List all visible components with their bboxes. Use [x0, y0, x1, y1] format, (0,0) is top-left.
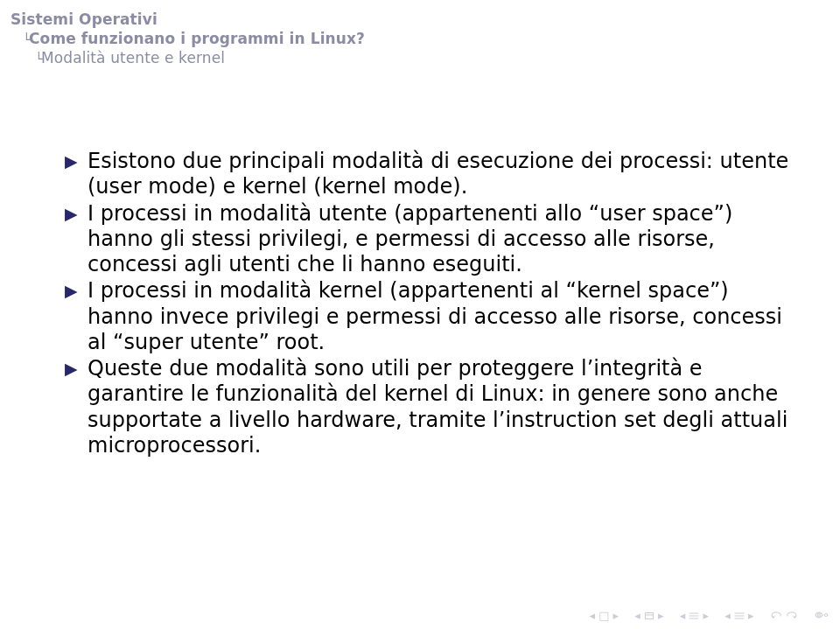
bullet-list: Esistono due principali modalità di esec…: [61, 149, 796, 458]
next-slide-icon[interactable]: ▸: [613, 609, 620, 622]
nav-section-group: ◂ ▸: [634, 609, 667, 622]
bullet-text: I processi in modalità kernel (appartene…: [88, 278, 782, 354]
nav-history-group: [770, 609, 802, 622]
bullet-item: Queste due modalità sono utili per prote…: [61, 356, 796, 458]
slide: Sistemi Operativi └ Come funzionano i pr…: [0, 0, 840, 629]
bullet-item: I processi in modalità kernel (appartene…: [61, 278, 796, 355]
breadcrumb-level-1: Sistemi Operativi: [10, 10, 365, 29]
bullet-text: I processi in modalità utente (appartene…: [88, 201, 732, 277]
nav-frame-lines-icon[interactable]: [734, 609, 748, 622]
prev-frame-icon[interactable]: ◂: [724, 609, 731, 622]
search-icon[interactable]: [814, 609, 830, 622]
content-area: Esistono due principali modalità di esec…: [61, 149, 796, 459]
nav-slide-square-icon[interactable]: □: [598, 609, 609, 622]
nav-controls: ◂ □ ▸ ◂ ▸ ◂ ▸ ◂ ▸: [577, 609, 830, 622]
bullet-item: Esistono due principali modalità di esec…: [61, 149, 796, 200]
bullet-text: Queste due modalità sono utili per prote…: [88, 356, 788, 458]
breadcrumb-level-3: └ Modalità utente e kernel: [10, 48, 365, 67]
first-slide-icon[interactable]: ◂: [589, 609, 595, 622]
next-subsection-icon[interactable]: ▸: [704, 609, 710, 622]
svg-point-8: [818, 614, 821, 617]
back-icon[interactable]: [770, 609, 786, 622]
prev-section-icon[interactable]: ◂: [634, 609, 640, 622]
breadcrumb-level-2: └ Come funzionano i programmi in Linux?: [10, 29, 365, 48]
breadcrumb-level-2-label: Come funzionano i programmi in Linux?: [29, 30, 365, 47]
nav-slide-group: ◂ □ ▸: [589, 609, 622, 622]
nav-section-box-icon[interactable]: [644, 609, 658, 622]
nav-search-group: [814, 609, 830, 622]
bullet-text: Esistono due principali modalità di esec…: [88, 149, 788, 199]
nav-frame-group: ◂ ▸: [724, 609, 757, 622]
breadcrumb: Sistemi Operativi └ Come funzionano i pr…: [10, 10, 365, 67]
next-frame-icon[interactable]: ▸: [748, 609, 754, 622]
forward-icon[interactable]: [786, 609, 802, 622]
bullet-item: I processi in modalità utente (appartene…: [61, 201, 796, 278]
next-section-icon[interactable]: ▸: [658, 609, 664, 622]
nav-subsection-group: ◂ ▸: [680, 609, 712, 622]
prev-subsection-icon[interactable]: ◂: [680, 609, 686, 622]
svg-rect-0: [645, 613, 653, 619]
nav-subsection-lines-icon[interactable]: [689, 609, 703, 622]
breadcrumb-level-3-label: Modalità utente e kernel: [41, 49, 225, 66]
